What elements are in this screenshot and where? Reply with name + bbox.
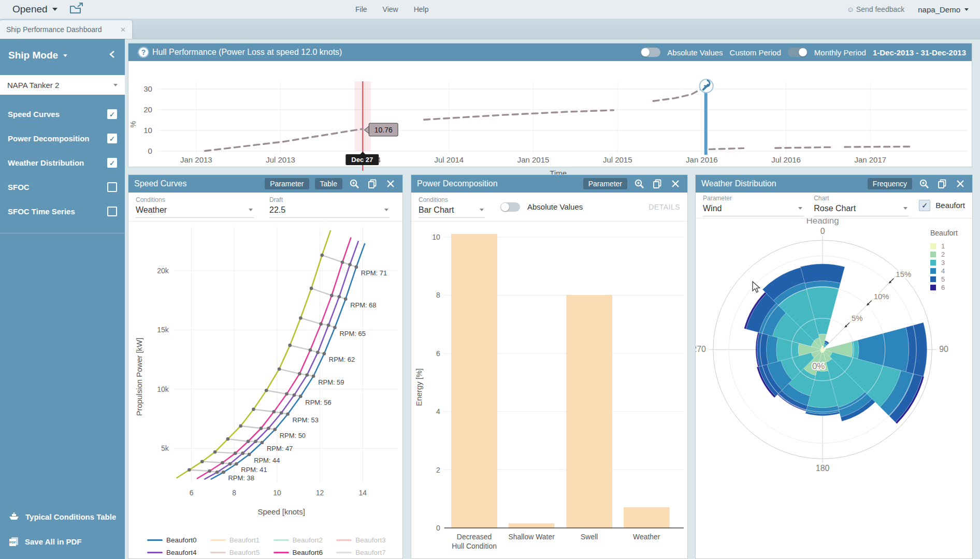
tab-close-icon[interactable]: ✕ <box>120 26 126 34</box>
close-panel-button[interactable] <box>954 178 967 190</box>
sidebar-collapse-button[interactable] <box>108 50 117 61</box>
svg-text:Jul 2014: Jul 2014 <box>435 155 464 164</box>
copy-button[interactable] <box>366 178 379 190</box>
table-button[interactable]: Table <box>315 178 342 189</box>
details-link[interactable]: DETAILS <box>648 203 680 211</box>
svg-text:0: 0 <box>148 146 152 155</box>
chart-type-select[interactable]: Conditions Bar Chart <box>419 196 485 218</box>
parameter-value: Wind <box>703 204 722 213</box>
close-panel-button[interactable] <box>669 178 682 190</box>
sidebar-item-weather-distribution[interactable]: Weather Distribution <box>0 151 125 175</box>
custom-period-label[interactable]: Custom Period <box>730 48 781 57</box>
svg-text:10.76: 10.76 <box>374 126 393 134</box>
speed-curves-checkbox[interactable] <box>107 109 117 119</box>
svg-text:RPM: 53: RPM: 53 <box>293 416 319 424</box>
legend-item-Beaufort1[interactable]: Beaufort1 <box>210 536 273 544</box>
speed-curves-chart[interactable]: 681012145k10k15k20kSpeed [knots]Propulsi… <box>128 222 402 532</box>
legend-item-Beaufort3[interactable]: Beaufort3 <box>336 536 399 544</box>
zoom-button[interactable] <box>918 178 930 190</box>
svg-text:Shallow Water: Shallow Water <box>508 533 555 541</box>
chevron-down-icon <box>480 209 484 211</box>
zoom-button[interactable] <box>633 178 645 190</box>
ship-select[interactable]: NAPA Tanker 2 <box>0 75 125 95</box>
send-feedback-button[interactable]: ☺ Send feedback <box>847 5 905 13</box>
draft-select[interactable]: Draft 22.5 <box>269 196 390 218</box>
power-decomposition-checkbox[interactable] <box>107 134 117 143</box>
close-panel-button[interactable] <box>384 178 397 190</box>
svg-text:RPM: 44: RPM: 44 <box>254 457 280 464</box>
svg-text:5k: 5k <box>161 444 169 452</box>
beaufort-checkbox[interactable] <box>919 200 930 211</box>
copy-button[interactable] <box>651 178 664 190</box>
chevron-down-icon <box>384 209 388 211</box>
beaufort-legend-item-5[interactable]: 5 <box>930 275 970 283</box>
menu-file[interactable]: File <box>355 5 367 13</box>
save-all-in-pdf-button[interactable]: PDF Save All in PDF <box>0 529 125 554</box>
sidebar-item-sfoc[interactable]: SFOC <box>0 175 125 199</box>
svg-text:Energy [%]: Energy [%] <box>414 368 423 406</box>
copy-button[interactable] <box>936 178 948 190</box>
panel-title: Power Decomposition <box>417 179 498 188</box>
beaufort-legend-item-1[interactable]: 1 <box>930 242 970 250</box>
opened-menu[interactable]: Opened <box>12 4 57 15</box>
panel-title: Hull Performance (Power Loss at speed 12… <box>152 48 342 57</box>
ship-icon <box>8 512 20 521</box>
svg-text:RPM: 41: RPM: 41 <box>241 466 267 474</box>
monthly-period-label[interactable]: Monthly Period <box>814 48 866 57</box>
beaufort-legend-item-4[interactable]: 4 <box>930 267 970 275</box>
sfoc-time-series-checkbox[interactable] <box>107 207 117 216</box>
svg-text:Jan 2015: Jan 2015 <box>517 155 550 164</box>
sidebar-item-label: Weather Distribution <box>8 158 84 167</box>
conditions-select[interactable]: Conditions Weather <box>136 196 254 218</box>
parameter-button[interactable]: Parameter <box>583 178 627 189</box>
parameter-button[interactable]: Parameter <box>265 178 309 189</box>
legend-item-Beaufort4[interactable]: Beaufort4 <box>147 549 210 556</box>
svg-text:10: 10 <box>432 233 440 241</box>
typical-conditions-table-button[interactable]: Typical Conditions Table <box>0 504 125 529</box>
chart-select[interactable]: Chart Rose Chart <box>814 195 909 216</box>
menu-view[interactable]: View <box>383 5 398 13</box>
ship-mode-dropdown[interactable]: Ship Mode <box>8 50 67 61</box>
frequency-button[interactable]: Frequency <box>868 178 912 189</box>
period-mode-toggle[interactable] <box>788 48 808 57</box>
sfoc-checkbox[interactable] <box>107 182 117 192</box>
sidebar: Ship Mode NAPA Tanker 2 Speed Curves Pow… <box>0 39 125 559</box>
zoom-button[interactable] <box>348 178 361 190</box>
legend-item-Beaufort2[interactable]: Beaufort2 <box>273 536 337 544</box>
menu-help[interactable]: Help <box>414 5 429 13</box>
sidebar-item-power-decomposition[interactable]: Power Decomposition <box>0 126 125 151</box>
parameter-select[interactable]: Parameter Wind <box>703 195 803 216</box>
legend-item-Beaufort5[interactable]: Beaufort5 <box>210 549 273 556</box>
period-range: 1-Dec-2013 - 31-Dec-2013 <box>873 48 966 57</box>
weather-distribution-checkbox[interactable] <box>107 158 117 168</box>
user-menu[interactable]: napa_Demo <box>918 5 969 14</box>
sidebar-item-sfoc-time-series[interactable]: SFOC Time Series <box>0 199 125 224</box>
svg-text:180: 180 <box>816 464 830 473</box>
beaufort-legend-item-6[interactable]: 6 <box>930 283 970 291</box>
hull-performance-chart[interactable]: Jan 2013Jul 2013Jan 2014Jul 2014Jan 2015… <box>128 79 972 185</box>
legend-item-Beaufort7[interactable]: Beaufort7 <box>336 549 399 556</box>
beaufort-label: Beaufort <box>935 201 965 210</box>
chevron-down-icon <box>798 207 802 210</box>
svg-text:%: % <box>129 121 137 127</box>
power-decomposition-chart[interactable]: 0246810DecreasedHull ConditionShallow Wa… <box>411 222 687 559</box>
chevron-down-icon <box>964 8 969 11</box>
beaufort-legend-title: Beaufort <box>930 229 970 237</box>
magnifier-plus-icon <box>918 178 930 189</box>
svg-text:RPM: 59: RPM: 59 <box>318 378 344 386</box>
svg-text:Jul 2013: Jul 2013 <box>266 155 295 164</box>
absolute-values-toggle[interactable] <box>641 48 660 57</box>
pdf-icon: PDF <box>8 536 19 547</box>
legend-item-Beaufort6[interactable]: Beaufort6 <box>273 549 337 556</box>
tab-ship-performance-dashboard[interactable]: Ship Performance Dashboard ✕ <box>0 20 132 39</box>
absolute-values-toggle[interactable] <box>500 202 520 212</box>
beaufort-legend-item-2[interactable]: 2 <box>930 250 970 258</box>
legend-item-Beaufort0[interactable]: Beaufort0 <box>147 536 210 544</box>
open-folder-button[interactable] <box>69 2 84 17</box>
sidebar-item-speed-curves[interactable]: Speed Curves <box>0 102 125 126</box>
beaufort-legend-item-3[interactable]: 3 <box>930 258 970 267</box>
chevron-down-icon <box>52 8 57 11</box>
svg-text:5%: 5% <box>852 314 863 322</box>
help-icon[interactable]: ? <box>138 47 149 58</box>
chevron-down-icon <box>63 54 67 57</box>
